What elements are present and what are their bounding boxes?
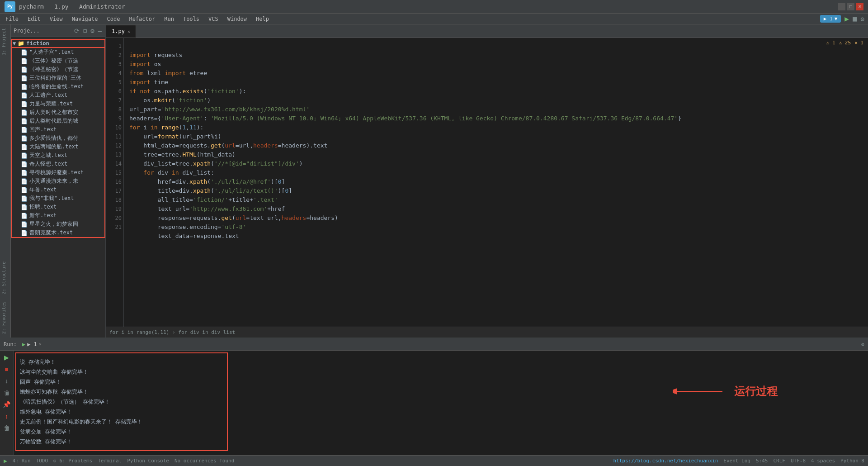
sidebar-structure-label[interactable]: 2: Structure xyxy=(0,258,10,298)
menu-code[interactable]: Code xyxy=(105,15,122,23)
stop-button[interactable]: ■ xyxy=(853,14,857,23)
project-tree: ▼ 📁 fiction 📄 "人造子宫".text 📄 《三体》秘密（节选 📄 xyxy=(11,37,105,338)
file-label-19: 新年.text xyxy=(29,212,57,219)
tree-file-14[interactable]: 📄 寻得桃源好避秦.text xyxy=(19,168,104,177)
maximize-button[interactable]: □ xyxy=(847,3,854,10)
status-todo[interactable]: TODO xyxy=(36,458,48,464)
status-python-console[interactable]: Python Console xyxy=(127,458,169,464)
run-restart-button[interactable]: ▶ xyxy=(2,352,12,362)
line-numbers: 12345 678910 1112131415 1617181920 21 xyxy=(106,38,124,327)
tree-file-17[interactable]: 📄 我与"非我".text xyxy=(19,194,104,203)
file-label-10: 多少爱恨情仇，都付 xyxy=(29,134,78,142)
tree-file-7[interactable]: 📄 后人类时代之都市安 xyxy=(19,108,104,117)
tab-1py-label: 1.py xyxy=(112,28,125,34)
menu-refactor[interactable]: Refactor xyxy=(127,15,157,23)
tree-file-8[interactable]: 📄 后人类时代最后的城 xyxy=(19,117,104,125)
file-icon-11: 📄 xyxy=(21,144,28,150)
file-label-1: 《三体》秘密（节选 xyxy=(29,57,78,65)
tab-close-icon[interactable]: ✕ xyxy=(127,29,130,34)
project-sync-icon[interactable]: ⟳ xyxy=(73,26,80,35)
tree-file-16[interactable]: 📄 年兽.text xyxy=(19,185,104,194)
tree-file-11[interactable]: 📄 大陆两端的船.text xyxy=(19,143,104,151)
menu-vcs[interactable]: VCS xyxy=(207,15,220,23)
tree-folder-fiction[interactable]: ▼ 📁 fiction xyxy=(11,39,105,48)
run-wrap-button[interactable]: ↕ xyxy=(2,411,12,421)
sidebar-vertical: 1: Project 2: Structure 2: Favorites xyxy=(0,24,11,338)
status-problems[interactable]: ⊙ 6: Problems xyxy=(53,458,92,464)
tree-file-6[interactable]: 📄 力量与荣耀.text xyxy=(19,100,104,108)
run-line-0: 说 存储完毕！ xyxy=(20,357,223,367)
status-terminal[interactable]: Terminal xyxy=(98,458,122,464)
status-bar-right: https://blog.csdn.net/hexiechuanxin Even… xyxy=(613,458,865,464)
menu-tools[interactable]: Tools xyxy=(181,15,201,23)
run-tab-1[interactable]: ▶ ▶ 1 ✕ xyxy=(20,340,43,348)
project-collapse-icon[interactable]: ⊟ xyxy=(82,26,88,35)
run-panel: Run: ▶ ▶ 1 ✕ ⚙ ▶ ■ ↓ 🗑 📌 ↕ 🗑 说 存 xyxy=(0,338,868,455)
status-spaces[interactable]: 4 spaces xyxy=(811,458,835,464)
run-config-dropdown[interactable]: ▼ xyxy=(835,16,838,22)
menu-view[interactable]: View xyxy=(48,15,65,23)
status-crlf[interactable]: CRLF xyxy=(773,458,785,464)
project-minimize-icon[interactable]: — xyxy=(97,26,103,35)
tree-file-2[interactable]: 📄 《神圣秘密》（节选 xyxy=(19,65,104,74)
menu-file[interactable]: File xyxy=(4,15,20,23)
file-icon-7: 📄 xyxy=(21,109,28,116)
run-config-selector[interactable]: ▶ 1 ▼ xyxy=(820,15,841,23)
run-button[interactable]: ▶ xyxy=(844,14,849,23)
breadcrumb-bar: for i in range(1,11) › for div in div_li… xyxy=(106,327,868,338)
file-icon-13: 📄 xyxy=(21,161,28,167)
menu-edit[interactable]: Edit xyxy=(26,15,42,23)
file-label-18: 招聘.text xyxy=(29,203,57,211)
tree-file-5[interactable]: 📄 人工遗产.text xyxy=(19,91,104,100)
status-event-log[interactable]: Event Log xyxy=(723,458,750,464)
tree-file-21[interactable]: 📄 普朗克魔术.text xyxy=(19,228,104,237)
tab-bar: 1.py ✕ xyxy=(106,24,868,38)
tab-1py[interactable]: 1.py ✕ xyxy=(106,25,136,38)
tree-file-3[interactable]: 📄 三位科幻作家的'三体 xyxy=(19,74,104,82)
file-label-6: 力量与荣耀.text xyxy=(29,100,73,108)
file-icon-9: 📄 xyxy=(21,127,28,133)
run-scroll-button[interactable]: ↓ xyxy=(2,376,12,386)
status-time: 5:45 xyxy=(756,458,768,464)
project-toolbar: Proje... ⟳ ⊟ ⚙ — xyxy=(11,24,105,37)
tree-file-0[interactable]: 📄 "人造子宫".text xyxy=(19,48,104,57)
build-button[interactable]: ⚙ xyxy=(861,15,864,23)
run-stop-button[interactable]: ■ xyxy=(2,364,12,374)
run-clear-button[interactable]: 🗑 xyxy=(2,388,12,398)
tree-file-19[interactable]: 📄 新年.text xyxy=(19,211,104,220)
status-encoding[interactable]: UTF-8 xyxy=(791,458,806,464)
sidebar-favorites-label[interactable]: 2: Favorites xyxy=(0,298,10,338)
info-count: ✕ 1 xyxy=(854,40,863,46)
tree-file-10[interactable]: 📄 多少爱恨情仇，都付 xyxy=(19,134,104,143)
window-controls[interactable]: — □ ✕ xyxy=(838,3,863,10)
run-pin-button[interactable]: 📌 xyxy=(2,399,12,409)
status-url: https://blog.csdn.net/hexiechuanxin xyxy=(613,458,718,464)
tree-file-9[interactable]: 📄 回声.text xyxy=(19,125,104,134)
run-tab-close-icon[interactable]: ✕ xyxy=(39,342,42,347)
close-button[interactable]: ✕ xyxy=(856,3,863,10)
status-run-label[interactable]: 4: Run xyxy=(13,458,31,464)
run-trash-button[interactable]: 🗑 xyxy=(2,423,12,433)
run-settings-icon[interactable]: ⚙ xyxy=(861,341,864,347)
file-label-4: 临终者的生命线.text xyxy=(29,83,84,90)
tree-file-4[interactable]: 📄 临终者的生命线.text xyxy=(19,82,104,91)
tree-file-15[interactable]: 📄 小灵通漫游未来，未 xyxy=(19,177,104,185)
file-icon-15: 📄 xyxy=(21,178,28,185)
tree-file-1[interactable]: 📄 《三体》秘密（节选 xyxy=(19,57,104,65)
menu-window[interactable]: Window xyxy=(226,15,249,23)
file-icon-2: 📄 xyxy=(21,67,28,73)
tree-file-20[interactable]: 📄 星星之火，幻梦家园 xyxy=(19,220,104,228)
project-settings-icon[interactable]: ⚙ xyxy=(90,26,95,35)
code-content[interactable]: import requests import os from lxml impo… xyxy=(124,38,868,327)
file-label-5: 人工遗产.text xyxy=(29,91,67,99)
menu-run[interactable]: Run xyxy=(162,15,176,23)
tree-file-18[interactable]: 📄 招聘.text xyxy=(19,203,104,211)
menu-help[interactable]: Help xyxy=(254,15,271,23)
tree-file-12[interactable]: 📄 天空之城.text xyxy=(19,151,104,160)
status-python-version[interactable]: Python 8 xyxy=(840,458,864,464)
sidebar-project-label[interactable]: 1: Project xyxy=(0,24,10,59)
minimize-button[interactable]: — xyxy=(838,3,845,10)
status-run-icon[interactable]: ▶ xyxy=(4,457,7,464)
menu-navigate[interactable]: Navigate xyxy=(70,15,100,23)
tree-file-13[interactable]: 📄 奇人怪想.text xyxy=(19,160,104,168)
